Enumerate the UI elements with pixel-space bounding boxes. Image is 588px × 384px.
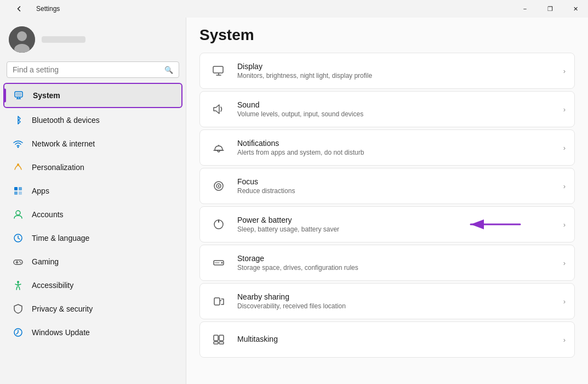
back-button[interactable] (7, 0, 32, 18)
sidebar-item-bluetooth-label: Bluetooth & devices (32, 116, 100, 125)
search-icon: 🔍 (164, 66, 173, 74)
svg-rect-11 (19, 187, 22, 190)
power-icon (209, 214, 229, 234)
network-icon (12, 138, 24, 150)
app-body: 🔍 System Bluetooth & devices (0, 18, 588, 384)
display-chevron: › (563, 67, 566, 75)
privacy-icon (12, 303, 24, 315)
sound-desc: Volume levels, output, input, sound devi… (237, 110, 363, 118)
svg-point-20 (20, 262, 21, 263)
svg-rect-41 (214, 335, 218, 341)
multitasking-icon (209, 330, 229, 349)
sidebar-item-privacy-label: Privacy & security (32, 304, 93, 313)
settings-item-nearby[interactable]: Nearby sharing Discoverability, received… (199, 283, 575, 319)
multitasking-chevron: › (563, 336, 566, 344)
sidebar: 🔍 System Bluetooth & devices (0, 18, 186, 384)
svg-rect-42 (219, 335, 224, 341)
sidebar-item-network[interactable]: Network & internet (3, 132, 182, 155)
gaming-icon (12, 256, 24, 268)
update-icon (12, 326, 24, 338)
nearby-chevron: › (563, 297, 566, 306)
window-title: Settings (36, 5, 60, 13)
sound-icon (209, 99, 229, 119)
sidebar-item-personalization-label: Personalization (32, 163, 84, 172)
focus-chevron: › (563, 182, 566, 190)
system-icon (13, 89, 25, 101)
power-chevron: › (563, 221, 566, 229)
sidebar-item-gaming-label: Gaming (32, 257, 59, 266)
sidebar-item-system-label: System (33, 91, 60, 100)
sound-chevron: › (563, 105, 566, 114)
storage-desc: Storage space, drives, configuration rul… (237, 264, 358, 272)
sidebar-item-update[interactable]: Windows Update (3, 321, 182, 344)
bluetooth-icon (12, 114, 24, 126)
display-icon (209, 61, 229, 81)
sidebar-item-update-label: Windows Update (32, 328, 90, 337)
personalization-icon (12, 161, 24, 173)
settings-list: Display Monitors, brightness, night ligh… (199, 53, 575, 358)
restore-button[interactable]: ❐ (538, 0, 563, 18)
search-box[interactable]: 🔍 (7, 61, 179, 78)
titlebar: Settings − ❐ ✕ (0, 0, 588, 18)
sidebar-item-personalization[interactable]: Personalization (3, 156, 182, 179)
sidebar-item-gaming[interactable]: Gaming (3, 250, 182, 273)
power-title: Power & battery (237, 216, 339, 224)
minimize-button[interactable]: − (512, 0, 538, 18)
storage-title: Storage (237, 254, 358, 263)
notifications-title: Notifications (237, 139, 364, 148)
settings-item-power[interactable]: Power & battery Sleep, battery usage, ba… (199, 206, 575, 242)
storage-icon (209, 253, 229, 273)
notifications-icon (209, 138, 229, 157)
page-title: System (199, 26, 575, 44)
svg-point-1 (17, 31, 27, 41)
svg-rect-43 (214, 342, 218, 344)
sidebar-item-accounts-label: Accounts (32, 210, 64, 219)
svg-rect-4 (16, 93, 21, 96)
svg-rect-24 (213, 66, 223, 73)
apps-icon (12, 185, 24, 197)
svg-rect-39 (214, 298, 220, 305)
storage-chevron: › (563, 259, 566, 267)
close-button[interactable]: ✕ (563, 0, 588, 18)
svg-point-14 (16, 211, 20, 215)
power-desc: Sleep, battery usage, battery saver (237, 225, 339, 233)
sidebar-item-apps[interactable]: Apps (3, 179, 182, 202)
sidebar-item-apps-label: Apps (32, 187, 49, 195)
svg-point-32 (218, 185, 220, 187)
display-title: Display (237, 62, 372, 71)
sidebar-item-privacy[interactable]: Privacy & security (3, 297, 182, 320)
svg-rect-44 (219, 342, 224, 344)
sidebar-nav: System Bluetooth & devices Network & int… (0, 82, 186, 345)
nearby-desc: Discoverability, received files location (237, 302, 346, 310)
settings-item-focus[interactable]: Focus Reduce distractions › (199, 168, 575, 204)
power-row-wrapper: Power & battery Sleep, battery usage, ba… (199, 206, 575, 242)
sidebar-item-accounts[interactable]: Accounts (3, 203, 182, 226)
settings-item-sound[interactable]: Sound Volume levels, output, input, soun… (199, 91, 575, 127)
main-content: System Display Monitors, brightness, nig… (186, 18, 588, 384)
nearby-icon (209, 291, 229, 311)
search-input[interactable] (13, 65, 160, 74)
notifications-desc: Alerts from apps and system, do not dist… (237, 149, 364, 156)
svg-point-8 (18, 146, 19, 148)
svg-rect-13 (19, 191, 22, 195)
accessibility-icon (12, 279, 24, 291)
focus-title: Focus (237, 177, 295, 186)
accounts-icon (12, 208, 24, 221)
settings-item-storage[interactable]: Storage Storage space, drives, configura… (199, 245, 575, 281)
sidebar-item-network-label: Network & internet (32, 139, 95, 148)
svg-marker-27 (214, 105, 219, 114)
sidebar-item-system[interactable]: System (3, 83, 182, 108)
focus-icon (209, 176, 229, 196)
svg-point-9 (17, 163, 19, 166)
sidebar-item-bluetooth[interactable]: Bluetooth & devices (3, 109, 182, 132)
time-icon (12, 232, 24, 244)
sidebar-item-accessibility-label: Accessibility (32, 281, 73, 290)
avatar[interactable] (9, 26, 35, 53)
settings-item-notifications[interactable]: Notifications Alerts from apps and syste… (199, 129, 575, 166)
settings-item-multitasking[interactable]: Multitasking › (199, 321, 575, 358)
display-desc: Monitors, brightness, night light, displ… (237, 72, 372, 80)
multitasking-title: Multitasking (237, 335, 278, 343)
sidebar-item-time[interactable]: Time & language (3, 227, 182, 250)
settings-item-display[interactable]: Display Monitors, brightness, night ligh… (199, 53, 575, 89)
sidebar-item-accessibility[interactable]: Accessibility (3, 274, 182, 297)
